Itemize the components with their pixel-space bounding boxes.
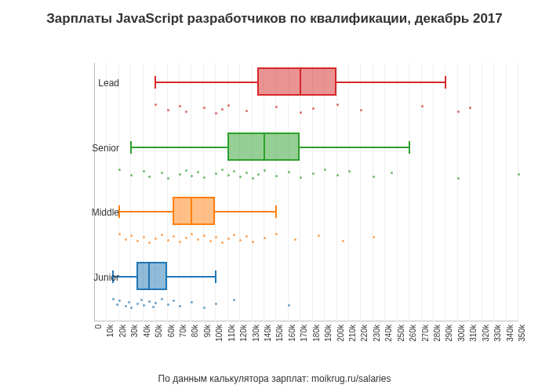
data-point bbox=[179, 105, 181, 107]
x-tick-label: 160k bbox=[288, 325, 296, 342]
points-row bbox=[94, 100, 518, 116]
x-tick-label: 180k bbox=[312, 325, 321, 342]
data-point bbox=[130, 307, 133, 309]
data-point bbox=[518, 173, 520, 176]
data-point bbox=[116, 303, 118, 306]
data-point bbox=[118, 233, 121, 235]
x-tick-label: 150k bbox=[275, 325, 284, 342]
data-point bbox=[161, 298, 163, 300]
data-point bbox=[245, 172, 248, 174]
box bbox=[257, 67, 336, 96]
data-point bbox=[155, 103, 157, 106]
data-point bbox=[300, 176, 302, 179]
data-point bbox=[288, 171, 290, 173]
data-point bbox=[185, 111, 187, 113]
data-point bbox=[294, 238, 296, 241]
x-tick-label: 260k bbox=[409, 325, 417, 342]
chart-container: Зарплаты JavaScript разработчиков по ква… bbox=[0, 0, 549, 392]
x-tick-label: 250k bbox=[397, 325, 405, 342]
x-axis-caption: По данным калькулятора зарплат: moikrug.… bbox=[0, 373, 549, 384]
x-tick-label: 300k bbox=[457, 325, 466, 342]
x-tick-label: 100k bbox=[215, 325, 224, 342]
data-point bbox=[179, 173, 181, 176]
x-tick-label: 340k bbox=[506, 325, 514, 342]
median-line bbox=[191, 197, 192, 225]
data-point bbox=[173, 299, 175, 302]
data-point bbox=[203, 107, 205, 109]
data-point bbox=[215, 172, 217, 175]
x-tick-label: 240k bbox=[384, 325, 393, 342]
data-point bbox=[148, 176, 151, 178]
x-tick-label: 320k bbox=[482, 325, 490, 342]
points-row bbox=[94, 165, 518, 181]
data-point bbox=[239, 239, 242, 241]
x-tick-label: 80k bbox=[191, 325, 199, 337]
box bbox=[136, 262, 167, 290]
whisker-low bbox=[118, 211, 173, 212]
whisker-high bbox=[336, 82, 445, 83]
x-tick-label: 130k bbox=[252, 325, 260, 342]
x-tick-label: 330k bbox=[493, 325, 502, 342]
x-tick-label: 30k bbox=[130, 325, 139, 337]
x-tick-label: 0 bbox=[94, 325, 103, 329]
data-point bbox=[148, 300, 151, 303]
points-row bbox=[94, 230, 518, 245]
data-point bbox=[252, 177, 254, 180]
data-point bbox=[324, 169, 326, 171]
data-point bbox=[221, 108, 224, 111]
data-point bbox=[373, 236, 375, 238]
data-point bbox=[336, 174, 339, 176]
data-point bbox=[125, 305, 127, 307]
data-point bbox=[128, 301, 130, 303]
x-tick-label: 110k bbox=[227, 325, 236, 342]
whisker-low bbox=[130, 147, 227, 148]
data-point bbox=[209, 240, 212, 242]
chart-title: Зарплаты JavaScript разработчиков по ква… bbox=[0, 0, 549, 30]
data-point bbox=[197, 238, 199, 241]
box-row bbox=[94, 63, 518, 128]
data-point bbox=[152, 306, 155, 308]
data-point bbox=[179, 241, 181, 243]
data-point bbox=[245, 110, 248, 112]
data-point bbox=[264, 169, 266, 172]
data-point bbox=[161, 234, 163, 236]
data-point bbox=[312, 172, 314, 175]
y-category-label: Junior bbox=[64, 272, 119, 283]
x-tick-label: 310k bbox=[469, 325, 478, 342]
data-point bbox=[252, 241, 254, 243]
data-point bbox=[118, 169, 121, 171]
y-category-label: Lead bbox=[64, 78, 119, 89]
data-point bbox=[140, 299, 143, 301]
x-tick-label: 60k bbox=[167, 325, 176, 337]
data-point bbox=[373, 176, 375, 178]
x-tick-label: 90k bbox=[203, 325, 212, 337]
data-point bbox=[342, 240, 344, 242]
data-point bbox=[118, 299, 121, 302]
data-point bbox=[155, 302, 157, 304]
data-point bbox=[130, 174, 133, 176]
x-tick-label: 190k bbox=[324, 325, 333, 342]
data-point bbox=[360, 109, 362, 111]
data-point bbox=[148, 241, 151, 244]
data-point bbox=[233, 234, 235, 236]
data-point bbox=[227, 174, 230, 176]
data-point bbox=[167, 239, 169, 241]
data-point bbox=[173, 235, 175, 238]
whisker-cap-high bbox=[445, 76, 446, 89]
grid-line bbox=[518, 63, 518, 321]
data-point bbox=[227, 238, 230, 240]
data-point bbox=[167, 109, 169, 111]
data-point bbox=[167, 303, 169, 306]
whisker-cap-high bbox=[215, 270, 216, 283]
x-tick-label: 40k bbox=[143, 325, 151, 337]
data-point bbox=[312, 107, 314, 110]
data-point bbox=[215, 303, 217, 305]
data-point bbox=[457, 111, 460, 113]
box-row bbox=[94, 192, 518, 257]
data-point bbox=[233, 170, 235, 172]
whisker-low bbox=[155, 82, 257, 83]
whisker-high bbox=[300, 147, 409, 148]
data-point bbox=[143, 170, 145, 172]
data-point bbox=[275, 233, 278, 235]
data-point bbox=[203, 307, 205, 309]
